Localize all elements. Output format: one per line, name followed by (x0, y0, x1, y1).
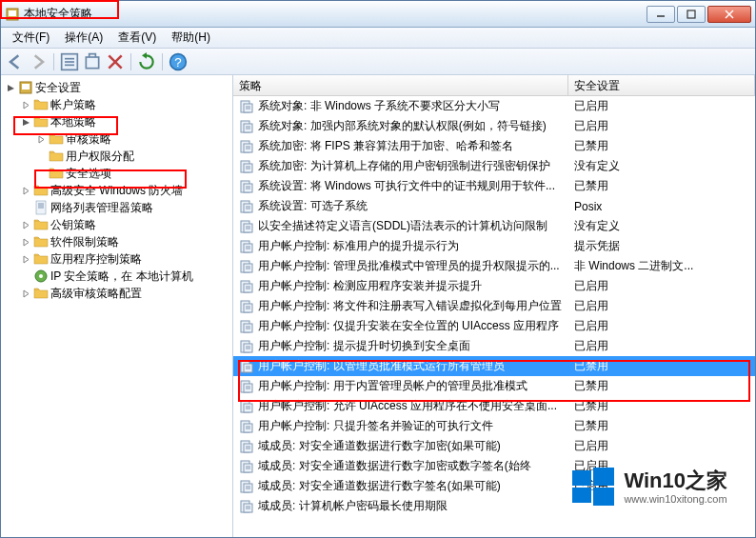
policy-text: 系统加密: 将 FIPS 兼容算法用于加密、哈希和签名 (258, 138, 513, 154)
policy-text: 用户帐户控制: 仅提升安装在安全位置的 UIAccess 应用程序 (258, 318, 559, 334)
policy-text: 用户帐户控制: 将文件和注册表写入错误虚拟化到每用户位置 (258, 298, 562, 314)
tree-item[interactable]: 网络列表管理器策略 (1, 199, 232, 216)
list-row[interactable]: 用户帐户控制: 提示提升时切换到安全桌面已启用 (233, 336, 755, 356)
tree-item[interactable]: 审核策略 (1, 130, 232, 148)
list-row[interactable]: 以安全描述符定义语言(SDDL)语法表示的计算机访问限制没有定义 (233, 216, 755, 236)
folder-icon (33, 286, 49, 301)
expander-icon[interactable] (20, 253, 31, 265)
setting-text: 提示凭据 (568, 238, 755, 254)
tree-item-label: IP 安全策略，在 本地计算机 (50, 269, 193, 285)
titlebar: 本地安全策略 (1, 1, 755, 28)
tree-item[interactable]: 软件限制策略 (1, 233, 232, 250)
list-row[interactable]: 用户帐户控制: 只提升签名并验证的可执行文件已禁用 (233, 416, 755, 436)
setting-text: 已禁用 (568, 358, 755, 374)
list-row[interactable]: 系统对象: 非 Windows 子系统不要求区分大小写已启用 (233, 96, 755, 116)
policy-icon (239, 219, 254, 234)
expander-icon[interactable] (20, 99, 31, 110)
tree-root-label: 安全设置 (35, 80, 81, 96)
svg-rect-109 (572, 488, 591, 503)
expander-icon[interactable] (20, 288, 31, 299)
list-row[interactable]: 用户帐户控制: 仅提升安装在安全位置的 UIAccess 应用程序已启用 (233, 316, 755, 336)
policy-icon (239, 319, 254, 334)
policy-text: 系统对象: 加强内部系统对象的默认权限(例如，符号链接) (258, 118, 547, 134)
menubar: 文件(F) 操作(A) 查看(V) 帮助(H) (1, 28, 755, 49)
close-button[interactable] (707, 6, 751, 23)
tree-item-label: 高级安全 Windows 防火墙 (50, 183, 183, 199)
properties-button[interactable] (59, 51, 80, 72)
svg-rect-107 (572, 470, 591, 486)
policy-text: 用户帐户控制: 检测应用程序安装并提示提升 (258, 278, 482, 294)
back-button[interactable] (5, 51, 26, 72)
maximize-button[interactable] (677, 6, 706, 23)
policy-icon (239, 239, 254, 254)
policy-icon (239, 499, 254, 514)
expander-icon[interactable] (20, 185, 31, 196)
list-row[interactable]: 系统加密: 为计算机上存储的用户密钥强制进行强密钥保护没有定义 (233, 156, 755, 176)
tree-item[interactable]: 安全选项 (1, 165, 232, 182)
tree-item[interactable]: 高级安全 Windows 防火墙 (1, 182, 232, 199)
list-row[interactable]: 系统对象: 加强内部系统对象的默认权限(例如，符号链接)已启用 (233, 116, 755, 136)
menu-action[interactable]: 操作(A) (57, 28, 110, 48)
setting-text: 已启用 (568, 98, 755, 114)
tree-item[interactable]: 本地策略 (1, 113, 232, 130)
list-row[interactable]: 用户帐户控制: 以管理员批准模式运行所有管理员已禁用 (233, 356, 755, 376)
tree-item-label: 审核策略 (66, 131, 111, 148)
expander-icon[interactable] (20, 236, 31, 248)
policy-icon (239, 299, 254, 314)
svg-rect-16 (22, 84, 30, 90)
refresh-button[interactable] (136, 51, 157, 72)
list-row[interactable]: 用户帐户控制: 检测应用程序安装并提示提升已启用 (233, 276, 755, 296)
setting-text: 非 Windows 二进制文... (568, 258, 755, 274)
svg-text:?: ? (174, 55, 181, 70)
list-row[interactable]: 系统加密: 将 FIPS 兼容算法用于加密、哈希和签名已禁用 (233, 136, 755, 156)
policy-text: 以安全描述符定义语言(SDDL)语法表示的计算机访问限制 (258, 218, 547, 234)
tree-item[interactable]: IP 安全策略，在 本地计算机 (1, 268, 232, 285)
minimize-button[interactable] (647, 6, 675, 23)
folder-icon (33, 251, 49, 267)
setting-text: 已禁用 (568, 378, 755, 394)
column-policy[interactable]: 策略 (233, 75, 568, 95)
setting-text: 已启用 (568, 438, 755, 454)
expander-icon[interactable] (20, 219, 31, 230)
menu-file[interactable]: 文件(F) (5, 28, 57, 48)
menu-help[interactable]: 帮助(H) (164, 28, 218, 48)
list-row[interactable]: 用户帐户控制: 管理员批准模式中管理员的提升权限提示的...非 Windows … (233, 256, 755, 276)
tree-item[interactable]: 高级审核策略配置 (1, 285, 232, 302)
tree-item[interactable]: 公钥策略 (1, 216, 232, 233)
policy-text: 域成员: 对安全通道数据进行数字签名(如果可能) (258, 478, 501, 494)
tree-item-label: 高级审核策略配置 (50, 286, 142, 302)
list-row[interactable]: 系统设置: 将 Windows 可执行文件中的证书规则用于软件...已禁用 (233, 176, 755, 196)
setting-text: 已启用 (568, 298, 755, 314)
forward-button[interactable] (28, 51, 49, 72)
policy-icon (239, 99, 254, 114)
watermark: Win10之家 www.win10xitong.com (572, 465, 727, 509)
list-row[interactable]: 用户帐户控制: 允许 UIAccess 应用程序在不使用安全桌面...已禁用 (233, 396, 755, 416)
tree: 安全设置帐户策略本地策略审核策略用户权限分配安全选项高级安全 Windows 防… (1, 79, 232, 302)
tree-item[interactable]: 帐户策略 (1, 96, 232, 113)
list-row[interactable]: 用户帐户控制: 用于内置管理员帐户的管理员批准模式已禁用 (233, 376, 755, 396)
tree-item[interactable]: 用户权限分配 (1, 148, 232, 165)
list-row[interactable]: 用户帐户控制: 标准用户的提升提示行为提示凭据 (233, 236, 755, 256)
folder-icon (49, 131, 64, 147)
help-button[interactable]: ? (168, 51, 189, 72)
policy-icon (239, 419, 254, 434)
column-setting[interactable]: 安全设置 (568, 75, 755, 95)
tree-root[interactable]: 安全设置 (1, 79, 232, 96)
policy-icon (239, 159, 254, 174)
setting-text: 已启用 (568, 278, 755, 294)
watermark-title: Win10之家 (624, 468, 727, 493)
expander-icon[interactable] (20, 116, 31, 128)
watermark-url: www.win10xitong.com (624, 493, 727, 506)
list-row[interactable]: 用户帐户控制: 将文件和注册表写入错误虚拟化到每用户位置已启用 (233, 296, 755, 316)
export-button[interactable] (82, 51, 103, 72)
menu-view[interactable]: 查看(V) (110, 28, 164, 48)
list-row[interactable]: 系统设置: 可选子系统Posix (233, 196, 755, 216)
setting-text: 没有定义 (568, 218, 755, 234)
tree-item[interactable]: 应用程序控制策略 (1, 250, 232, 268)
policy-icon (239, 199, 254, 214)
list-row[interactable]: 域成员: 对安全通道数据进行数字加密(如果可能)已启用 (233, 436, 755, 456)
delete-button[interactable] (105, 51, 126, 72)
svg-point-22 (39, 274, 43, 278)
expander-icon[interactable] (35, 133, 47, 145)
policy-text: 用户帐户控制: 用于内置管理员帐户的管理员批准模式 (258, 378, 527, 394)
